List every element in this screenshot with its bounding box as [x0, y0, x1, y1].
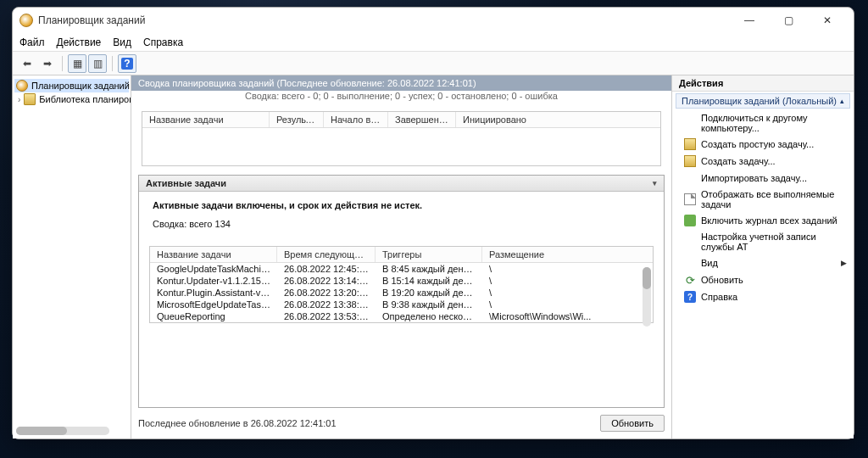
action-enable-log[interactable]: Включить журнал всех заданий [672, 212, 854, 229]
actions-context[interactable]: Планировщик заданий (Локальный) ▴ [676, 93, 850, 109]
blank-icon [684, 117, 696, 129]
action-help[interactable]: ?Справка [672, 288, 854, 305]
action-import[interactable]: Импортировать задачу... [672, 170, 854, 187]
toolbar: ⬅ ➡ ▦ ▥ ? [13, 52, 854, 75]
active-desc-2: Сводка: всего 134 [153, 219, 650, 229]
active-tasks-header[interactable]: Активные задачи ▾ [139, 176, 664, 192]
active-tasks-table: Название задачи Время следующего зап... … [149, 246, 654, 323]
table-row[interactable]: MicrosoftEdgeUpdateTaskMachine...26.08.2… [150, 299, 653, 310]
status-col-result[interactable]: Результат ... [270, 112, 324, 127]
task-icon [684, 155, 696, 167]
active-vscrollbar[interactable] [643, 267, 651, 327]
action-create[interactable]: Создать задачу... [672, 153, 854, 170]
table-row[interactable]: QueueReporting26.08.2022 13:53:54Определ… [150, 310, 653, 322]
window-title: Планировщик заданий [38, 14, 145, 26]
status-col-name[interactable]: Название задачи [142, 112, 270, 127]
refresh-icon: ⟳ [684, 274, 696, 286]
last-updated-label: Последнее обновление в 26.08.2022 12:41:… [138, 418, 337, 428]
active-desc-1: Активные задачи включены, и срок их дейс… [153, 200, 650, 210]
action-at-config[interactable]: Настройка учетной записи службы AT [672, 229, 854, 254]
help-icon: ? [684, 291, 696, 303]
footer: Последнее обновление в 26.08.2022 12:41:… [138, 415, 665, 432]
app-icon [19, 14, 33, 27]
active-col-name[interactable]: Название задачи [150, 247, 277, 262]
minimize-button[interactable]: ― [730, 8, 769, 33]
tree-lib-label: Библиотека планировщ [39, 94, 131, 104]
forward-button[interactable]: ➡ [38, 54, 57, 73]
back-button[interactable]: ⬅ [18, 54, 36, 73]
content: Планировщик заданий (Лок › Библиотека пл… [13, 75, 854, 438]
expand-icon[interactable]: › [18, 95, 20, 104]
table-row[interactable]: Kontur.Updater-v1.1.2.154-S-1-5-21...26.… [150, 275, 653, 287]
log-icon [684, 215, 696, 226]
action-view[interactable]: Вид▶ [672, 254, 854, 271]
blank-icon [684, 172, 696, 184]
blank-icon [684, 236, 696, 248]
tree-root-label: Планировщик заданий (Лок [31, 81, 131, 91]
tree-hscrollbar[interactable] [16, 427, 109, 435]
toolbar-help-button[interactable]: ? [118, 54, 136, 73]
app-window: Планировщик заданий ― ▢ ✕ Файл Действие … [12, 7, 854, 439]
active-col-next[interactable]: Время следующего зап... [277, 247, 376, 262]
titlebar: Планировщик заданий ― ▢ ✕ [13, 8, 854, 33]
toolbar-panel2-button[interactable]: ▥ [88, 54, 107, 73]
action-show-running[interactable]: Отображать все выполняемые задачи [672, 187, 854, 212]
active-col-trig[interactable]: Триггеры [376, 247, 482, 262]
task-basic-icon [684, 138, 696, 150]
toolbar-panel1-button[interactable]: ▦ [68, 54, 86, 73]
status-col-start[interactable]: Начало выпол... [324, 112, 388, 127]
status-col-init[interactable]: Инициировано [456, 112, 660, 127]
table-row[interactable]: Kontur.Plugin.Assistant-v3.15.0.574...26… [150, 287, 653, 299]
submenu-arrow-icon: ▶ [841, 259, 847, 267]
status-col-end[interactable]: Завершение в... [388, 112, 456, 127]
menu-help[interactable]: Справка [143, 36, 183, 48]
pane-header: Сводка планировщика заданий (Последнее о… [131, 75, 671, 91]
summary-truncated-line: Сводка: всего - 0; 0 - выполнение; 0 - у… [131, 91, 671, 104]
menu-view[interactable]: Вид [113, 36, 131, 48]
collapse-icon[interactable]: ▾ [653, 179, 657, 187]
table-row[interactable]: GoogleUpdateTaskMachineUA26.08.2022 12:4… [150, 263, 653, 275]
blank-icon [684, 257, 696, 269]
status-table: Название задачи Результат ... Начало вып… [142, 111, 661, 166]
folder-icon [24, 93, 36, 105]
running-icon [684, 193, 696, 205]
refresh-button[interactable]: Обновить [600, 415, 665, 432]
active-col-loc[interactable]: Размещение [482, 247, 653, 262]
main-pane: Сводка планировщика заданий (Последнее о… [131, 75, 672, 438]
actions-pane: Действия Планировщик заданий (Локальный)… [672, 75, 854, 438]
menu-file[interactable]: Файл [19, 36, 45, 48]
close-button[interactable]: ✕ [808, 8, 847, 33]
actions-header: Действия [672, 75, 854, 92]
scheduler-icon [16, 80, 28, 92]
tree-pane: Планировщик заданий (Лок › Библиотека пл… [13, 75, 131, 438]
action-refresh[interactable]: ⟳Обновить [672, 271, 854, 288]
action-connect[interactable]: Подключиться к другому компьютеру... [672, 110, 854, 136]
menu-action[interactable]: Действие [57, 36, 102, 48]
tree-root[interactable]: Планировщик заданий (Лок [14, 79, 129, 92]
active-tasks-section: Активные задачи ▾ Активные задачи включе… [138, 175, 665, 408]
maximize-button[interactable]: ▢ [769, 8, 808, 33]
action-create-basic[interactable]: Создать простую задачу... [672, 136, 854, 153]
menubar: Файл Действие Вид Справка [13, 33, 854, 52]
tree-library[interactable]: › Библиотека планировщ [14, 92, 129, 106]
chevron-up-icon: ▴ [840, 97, 844, 105]
